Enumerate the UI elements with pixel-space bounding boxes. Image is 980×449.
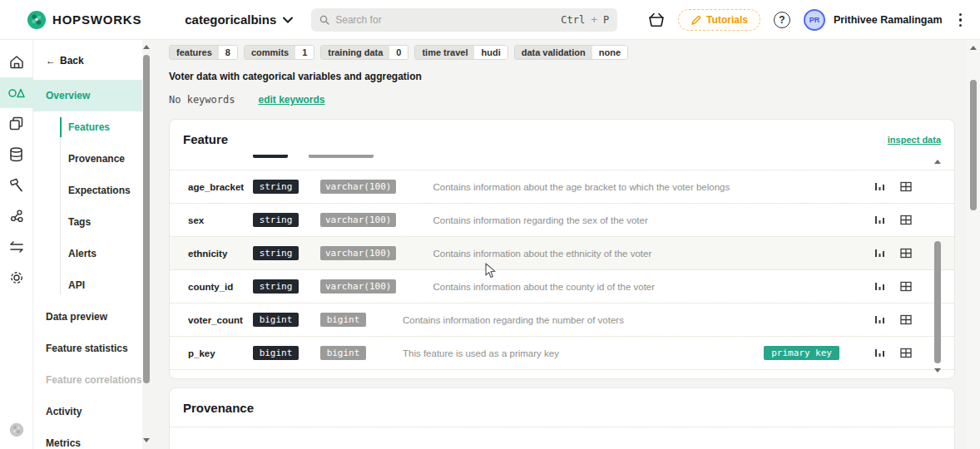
search-box[interactable]: Ctrl + P [311,8,617,32]
data-grid-icon[interactable] [896,215,916,225]
sidebar-item-metrics[interactable]: Metrics [33,427,142,449]
feature-list-scrollbar[interactable] [933,160,943,376]
statistics-icon[interactable] [869,248,889,259]
provenance-card-header: Provenance [170,388,954,423]
stat-commits: commits1 [244,45,314,60]
db-type-badge: varchar(100) [320,279,396,294]
top-bar: HOPSWORKS categoricalbins Ctrl + P [0,0,980,40]
rail-jobs-icon[interactable] [0,170,33,200]
type-badge: string [253,246,299,260]
feature-row-voter-count[interactable]: voter_count bigint bigint Contains infor… [170,303,954,337]
tutorials-button[interactable]: Tutorials [678,9,760,31]
statistics-icon[interactable] [869,314,889,325]
search-icon [319,15,329,25]
db-type-badge: varchar(100) [320,246,396,260]
feature-card-title: Feature [183,132,228,146]
icon-rail [0,40,33,449]
sidebar-item-expectations[interactable]: Expectations [68,175,142,206]
divider [170,427,954,427]
stat-features: features8 [169,45,238,60]
hopsworks-brand[interactable]: HOPSWORKS [27,10,141,30]
rail-feature-store-icon[interactable] [0,77,33,108]
stats-row: features8 commits1 training data0 time t… [169,45,955,60]
help-icon[interactable]: ? [774,12,790,28]
sidebar-item-overview[interactable]: Overview [33,80,142,111]
project-selector[interactable]: categoricalbins [185,12,293,27]
statistics-icon[interactable] [869,181,889,192]
project-name: categoricalbins [185,12,276,27]
provenance-card: Provenance [169,387,955,449]
sidebar-scroll-thumb[interactable] [143,55,150,383]
scroll-down-arrow[interactable] [934,368,941,373]
data-grid-icon[interactable] [896,181,916,192]
sidebar-item-tags[interactable]: Tags [68,206,142,238]
stat-time-travel: time travelhudi [414,45,507,60]
sidebar-item-alerts[interactable]: Alerts [68,238,142,269]
avatar[interactable]: PR [804,9,825,31]
rail-integrations-icon[interactable] [0,231,33,262]
sidebar-scrollbar[interactable] [141,40,151,449]
statistics-icon[interactable] [869,215,889,225]
back-arrow-icon: ← [46,55,56,67]
data-grid-icon[interactable] [896,348,916,358]
rail-cluster-icon[interactable] [0,200,33,231]
back-button[interactable]: ←Back [46,55,142,67]
type-badge: string [253,180,299,194]
feature-row-age-bracket[interactable]: age_bracket string varchar(100) Contains… [170,170,954,204]
scroll-up-arrow[interactable] [143,45,150,49]
scroll-up-arrow[interactable] [970,46,977,50]
edit-keywords-link[interactable]: edit keywords [258,94,324,106]
no-keywords-label: No keywords [169,94,235,106]
sidebar-item-activity[interactable]: Activity [33,396,142,427]
scroll-down-arrow[interactable] [143,438,150,442]
sidebar-item-feature-correlations: Feature correlations [33,364,142,396]
feature-card: Feature inspect data age_bracket string … [169,119,955,379]
feature-row-p-key[interactable]: p_key bigint bigint This feature is used… [170,337,954,370]
sidebar-item-provenance[interactable]: Provenance [68,143,142,175]
sidebar-item-feature-statistics[interactable]: Feature statistics [33,333,142,364]
feature-row-sex[interactable]: sex string varchar(100) Contains informa… [170,204,954,237]
overview-subnav: Features Provenance Expectations Tags Al… [60,111,142,301]
feature-row-ethnicity[interactable]: ethnicity string varchar(100) Contains i… [170,237,954,270]
sidebar-item-data-preview[interactable]: Data preview [33,301,142,333]
rail-projects-icon[interactable] [0,108,33,139]
type-badge: bigint [253,346,299,360]
feature-row-county-id[interactable]: county_id string varchar(100) Contains i… [170,270,954,303]
page-scroll-thumb[interactable] [970,80,977,210]
hopsworks-logo-icon [27,10,47,30]
statistics-icon[interactable] [869,348,889,358]
data-grid-icon[interactable] [896,248,916,259]
mouse-cursor [485,263,496,279]
user-name: Prithivee Ramalingam [834,14,943,26]
featuregroup-description: Voter data with categorical variables an… [169,71,955,82]
rail-data-icon[interactable] [0,139,33,170]
rail-settings-icon[interactable] [0,262,33,293]
db-type-badge: varchar(100) [320,213,396,227]
keywords-row: No keywords edit keywords [169,94,955,106]
data-grid-icon[interactable] [896,314,916,325]
brand-name: HOPSWORKS [52,12,141,27]
search-input[interactable] [335,14,561,26]
pencil-icon [690,15,701,26]
scroll-up-arrow[interactable] [934,160,941,164]
db-type-badge: bigint [320,346,366,360]
db-type-badge: bigint [320,313,366,327]
chevron-down-icon [283,17,293,23]
type-badge: string [253,279,299,294]
kebab-menu-icon[interactable] [956,10,966,31]
stat-data-validation: data validationnone [514,45,628,60]
rail-hopsworks-logo-gray [0,422,33,437]
basket-icon[interactable] [648,12,665,27]
sidebar-item-api[interactable]: API [68,269,142,301]
primary-key-badge: primary key [764,346,839,360]
inspect-data-link[interactable]: inspect data [888,135,941,145]
sidebar-item-features[interactable]: Features [68,111,142,143]
clipped-feature-row [170,155,954,170]
type-badge: string [253,213,299,227]
stat-training-data: training data0 [320,45,408,60]
statistics-icon[interactable] [869,281,889,292]
rail-home-icon[interactable] [0,47,33,77]
feature-list-scroll-thumb[interactable] [934,241,941,363]
data-grid-icon[interactable] [896,281,916,292]
page-scrollbar[interactable] [967,40,980,449]
